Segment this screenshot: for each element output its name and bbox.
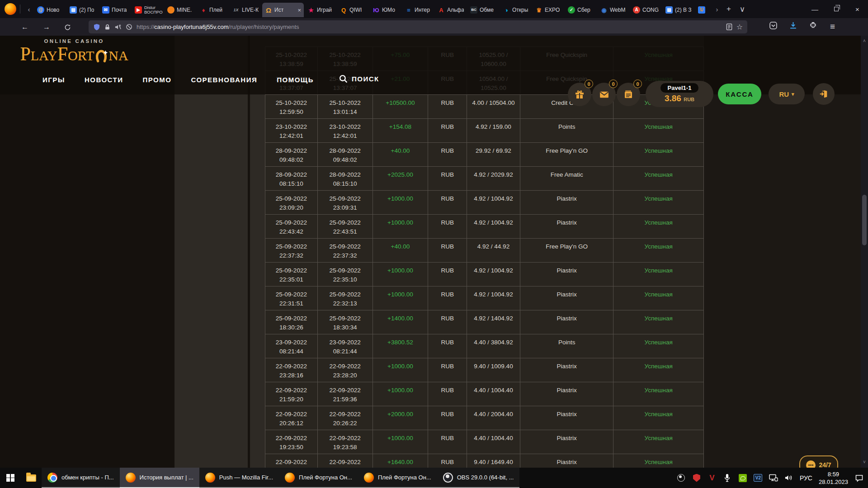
browser-tab[interactable]: ★Играй: [305, 3, 336, 17]
scroll-tabs-right-icon[interactable]: ›: [712, 5, 722, 13]
pocket-icon[interactable]: [769, 22, 777, 31]
reload-button[interactable]: [61, 21, 73, 33]
tracking-shield-icon[interactable]: [93, 23, 100, 31]
bonuses-button[interactable]: 0: [617, 83, 640, 106]
taskbar-app-firefox[interactable]: Плей Фортуна Он...: [279, 468, 358, 488]
browser-tab[interactable]: ЮЮМо: [370, 3, 401, 17]
cell-process-date: 25-09-202218:30:34: [318, 310, 373, 334]
nav-item-1[interactable]: НОВОСТИ: [85, 76, 123, 84]
support-chat-button[interactable]: ••• 24/7: [799, 455, 838, 468]
extensions-puzzle-icon[interactable]: [809, 22, 817, 31]
cell-amount: +10500.00: [373, 95, 429, 118]
table-row: 25-09-202222:37:3225-09-202222:37:32+40.…: [265, 238, 703, 262]
scroll-up-icon[interactable]: ˄: [861, 38, 868, 43]
nvidia-icon[interactable]: [738, 474, 747, 483]
browser-tab[interactable]: BCОбме: [467, 3, 499, 17]
lock-icon[interactable]: [104, 24, 110, 30]
nav-item-4[interactable]: ПОМОЩЬ: [277, 76, 314, 84]
notification-center-icon[interactable]: [854, 474, 863, 483]
browser-tab[interactable]: ▶DisturВОСПРО: [132, 3, 164, 17]
cell-status: Успешная: [613, 310, 703, 334]
cell-status: Успешная: [613, 358, 703, 382]
browser-tab[interactable]: ♦Плей: [197, 3, 229, 17]
browser-tab[interactable]: ✓Сбер: [565, 3, 597, 17]
user-account-widget[interactable]: Pavel1-1 3.86 RUB: [646, 81, 713, 107]
nav-item-0[interactable]: ИГРЫ: [42, 76, 65, 84]
close-button[interactable]: ×: [847, 0, 868, 18]
hamburger-menu-icon[interactable]: ≡: [830, 22, 835, 32]
page-scrollbar[interactable]: ˄ ˅: [861, 36, 868, 468]
browser-tab[interactable]: 1XLIVE-К: [230, 3, 261, 17]
browser-tab[interactable]: ✉Почта: [99, 3, 131, 17]
tab-close-icon[interactable]: ×: [297, 7, 301, 14]
browser-tab[interactable]: ◉WebM: [598, 3, 629, 17]
file-explorer-button[interactable]: [21, 468, 42, 488]
logo-tagline: ONLINE CASINO: [26, 38, 122, 44]
otkritie-icon: ◑: [503, 6, 510, 14]
forward-button[interactable]: →: [41, 21, 52, 33]
logout-button[interactable]: [813, 83, 835, 105]
vpn-tray-icon[interactable]: V: [708, 474, 717, 483]
taskbar-app-firefox[interactable]: История выплат | ...: [120, 468, 199, 488]
nav-item-2[interactable]: ПРОМО: [143, 76, 172, 84]
browser-tab[interactable]: @Ново: [34, 3, 66, 17]
scroll-tabs-left-icon[interactable]: ‹: [24, 5, 34, 13]
youtube-icon: ▶: [135, 6, 142, 14]
cell-status: Успешная: [613, 143, 703, 166]
table-row: 22-09-202219:23:5022-09-202219:23:58+100…: [265, 430, 703, 454]
url-bar[interactable]: https://casino-playfortuna6j55v.com/ru/p…: [89, 20, 747, 33]
browser-tab[interactable]: ΩИст×: [262, 3, 304, 17]
tab-label: EXPO: [545, 7, 560, 13]
v2ray-icon[interactable]: V2: [754, 474, 763, 483]
scrollbar-thumb[interactable]: [862, 195, 867, 245]
obs-tray-icon[interactable]: [677, 474, 686, 483]
network-icon[interactable]: [769, 474, 778, 483]
download-icon[interactable]: [789, 22, 797, 31]
scroll-down-icon[interactable]: ˅: [861, 460, 868, 465]
browser-tab[interactable]: ACONG: [630, 3, 662, 17]
taskbar-app-label: Push — Mozilla Fir...: [219, 474, 273, 481]
windows-logo-icon: [6, 474, 14, 482]
restore-button[interactable]: [826, 0, 847, 18]
search-button[interactable]: ПОИСК: [339, 75, 379, 83]
taskbar-app-firefox[interactable]: Push — Mozilla Fir...: [199, 468, 279, 488]
antivirus-shield-icon[interactable]: [692, 474, 701, 483]
cell-request-date: 25-09-202222:37:32: [265, 239, 318, 262]
browser-tab[interactable]: U: [695, 3, 712, 17]
reader-mode-icon[interactable]: [726, 23, 732, 30]
browser-tab[interactable]: QQIWI: [337, 3, 369, 17]
list-all-tabs-icon[interactable]: ∨: [736, 5, 749, 14]
minimize-button[interactable]: —: [804, 0, 826, 18]
url-text[interactable]: https://casino-playfortuna6j55v.com/ru/p…: [137, 23, 722, 30]
browser-tab[interactable]: ≡Интер: [402, 3, 434, 17]
start-button[interactable]: [0, 468, 21, 488]
language-selector[interactable]: RU▾: [769, 84, 805, 104]
nav-item-3[interactable]: СОРЕВНОВАНИЯ: [191, 76, 257, 84]
permission-blocked-icon[interactable]: [126, 23, 132, 30]
bookmark-star-icon[interactable]: ☆: [736, 23, 743, 31]
gifts-button[interactable]: 0: [568, 83, 591, 106]
browser-tab[interactable]: ▤(2) По: [67, 3, 99, 17]
taskbar-clock[interactable]: 8:5928.01.2023: [819, 470, 848, 486]
cashier-button[interactable]: КАССА: [718, 84, 761, 104]
language-indicator[interactable]: РУС: [800, 474, 812, 482]
volume-icon[interactable]: [784, 474, 793, 483]
back-button[interactable]: ←: [19, 21, 31, 33]
browser-tab[interactable]: ▤(2) В З: [663, 3, 694, 17]
autoplay-blocked-icon[interactable]: [114, 24, 122, 30]
cell-request-date: 25-09-202218:30:26: [265, 310, 318, 334]
site-logo[interactable]: ONLINE CASINO PLAYFORTNA: [26, 38, 122, 65]
taskbar-app-firefox[interactable]: Плей Фортуна Он...: [358, 468, 437, 488]
browser-tab[interactable]: MINE.: [165, 3, 196, 17]
taskbar-app-chrome[interactable]: обмен крипты - П...: [42, 468, 120, 488]
browser-tab[interactable]: ♛EXPO: [533, 3, 564, 17]
cell-amount: +154.08: [373, 119, 429, 142]
microphone-icon[interactable]: [723, 474, 732, 483]
cards-icon: ♦: [200, 6, 207, 14]
firefox-view-icon[interactable]: [5, 3, 16, 15]
browser-tab[interactable]: ◑Откры: [500, 3, 532, 17]
browser-tab[interactable]: ААльфа: [435, 3, 467, 17]
messages-button[interactable]: 0: [592, 83, 616, 106]
new-tab-button[interactable]: +: [722, 5, 736, 14]
taskbar-app-obs[interactable]: OBS 29.0.0 (64-bit, ...: [437, 468, 520, 488]
